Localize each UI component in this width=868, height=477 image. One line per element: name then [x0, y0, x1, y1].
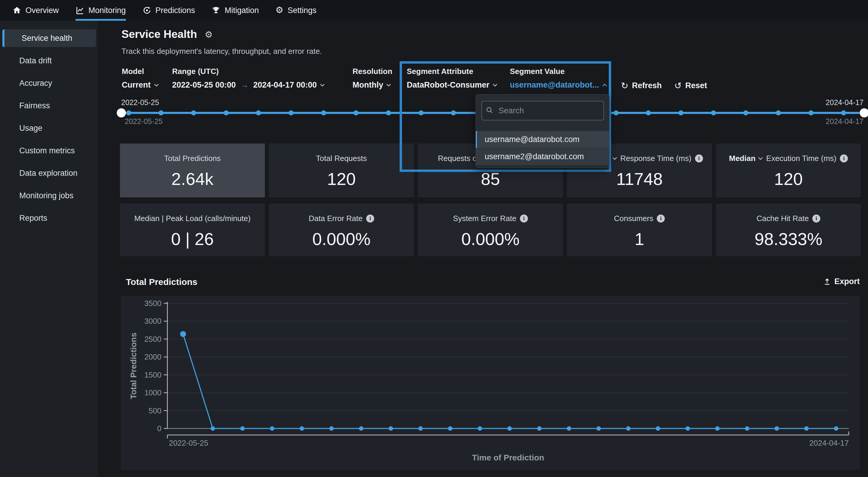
range-select[interactable]: 2022-05-25 00:00 → 2024-04-17 00:00: [172, 80, 325, 90]
sidebar: Service healthData driftAccuracyFairness…: [0, 21, 98, 477]
info-icon[interactable]: i: [812, 214, 820, 223]
gear-icon: ⚙: [276, 6, 283, 15]
resolution-label: Resolution: [352, 67, 392, 76]
timeline-start-label: 2022-05-25: [121, 98, 159, 107]
nav-item-label: Settings: [288, 6, 317, 15]
chevron-down-icon: [154, 83, 159, 87]
metric-card-total-predictions[interactable]: Total Predictions2.64k: [120, 143, 265, 197]
metric-card-system-error-rate[interactable]: System Error Ratei0.000%: [418, 204, 563, 256]
sidebar-item-fairness[interactable]: Fairness: [0, 97, 98, 114]
chevron-down-icon: [386, 83, 391, 87]
timeline-handle-end[interactable]: [860, 108, 868, 117]
timeline-handle-start[interactable]: [117, 108, 126, 117]
model-select[interactable]: Current: [122, 80, 159, 90]
timeline-marker: [776, 110, 781, 115]
svg-text:3500: 3500: [144, 299, 161, 308]
segment-search-input[interactable]: [482, 101, 604, 121]
page-subtitle: Track this deployment's latency, through…: [121, 47, 322, 56]
svg-text:2500: 2500: [144, 335, 161, 344]
timeline-marker: [451, 110, 456, 115]
svg-text:1500: 1500: [144, 371, 161, 379]
svg-text:Time of Prediction: Time of Prediction: [472, 453, 544, 462]
metric-card-label: Median | Peak Load (calls/minute): [134, 214, 251, 223]
timeline-end-label: 2024-04-17: [826, 98, 864, 107]
info-icon[interactable]: i: [840, 155, 848, 163]
sidebar-item-data-exploration[interactable]: Data exploration: [0, 164, 98, 182]
timeline-marker: [743, 110, 748, 115]
metric-card-data-error-rate[interactable]: Data Error Ratei0.000%: [269, 204, 414, 256]
timeline-marker: [288, 110, 293, 115]
segment-option[interactable]: username@datarobot.com: [476, 131, 609, 148]
metric-card-value: 120: [269, 170, 414, 189]
reset-button[interactable]: ↺ Reset: [674, 80, 707, 91]
arrow-right-icon: →: [239, 80, 250, 90]
segment-value-select[interactable]: username@datarobot...: [510, 80, 607, 90]
total-predictions-chart: 05001000150020002500300035002022-05-2520…: [121, 296, 860, 470]
metric-card-label: Cache Hit Rate: [756, 214, 809, 223]
nav-item-mitigation[interactable]: Mitigation: [212, 0, 259, 21]
metric-card-execution-time-ms[interactable]: MedianExecution Time (ms)i120: [716, 143, 861, 197]
sidebar-item-reports[interactable]: Reports: [0, 209, 98, 227]
range-end: 2024-04-17 00:00: [253, 80, 317, 90]
timeline-marker: [353, 110, 359, 115]
range-label: Range (UTC): [172, 67, 219, 76]
timeline-marker: [126, 110, 131, 115]
nav-item-label: Mitigation: [224, 6, 259, 15]
export-button[interactable]: Export: [823, 277, 860, 286]
info-icon[interactable]: i: [520, 214, 528, 223]
chevron-down-icon: [492, 83, 498, 87]
metric-card-cache-hit-rate[interactable]: Cache Hit Ratei98.333%: [716, 204, 861, 256]
sidebar-item-usage[interactable]: Usage: [0, 119, 98, 137]
metric-card-label: Requests ov: [438, 154, 481, 163]
info-icon[interactable]: i: [695, 155, 703, 163]
chevron-down-icon: [612, 157, 617, 160]
timeline-marker: [158, 110, 163, 115]
metric-card-label: System Error Rate: [453, 214, 516, 223]
metric-card-value: 0.000%: [269, 230, 414, 248]
metric-card-total-requests[interactable]: Total Requests120: [269, 143, 414, 197]
sidebar-item-data-drift[interactable]: Data drift: [0, 52, 98, 70]
metric-card-value: 120: [716, 170, 861, 189]
nav-item-settings[interactable]: ⚙Settings: [276, 0, 316, 21]
sidebar-item-accuracy[interactable]: Accuracy: [0, 74, 98, 92]
timeline-start-sublabel: 2022-05-25: [125, 117, 163, 126]
info-icon[interactable]: i: [366, 214, 374, 223]
nav-item-monitoring[interactable]: Monitoring: [75, 0, 126, 21]
nav-item-predictions[interactable]: Predictions: [143, 0, 195, 21]
metric-card-value: 11748: [567, 170, 712, 189]
metric-card-label: Execution Time (ms): [766, 154, 836, 163]
timeline-marker: [256, 110, 261, 115]
metric-card-label: Data Error Rate: [309, 214, 363, 223]
sidebar-item-monitoring-jobs[interactable]: Monitoring jobs: [0, 187, 98, 204]
timeline-marker: [841, 110, 846, 115]
aggregation-select[interactable]: Median: [729, 154, 756, 163]
segment-option[interactable]: username2@datarobot.com: [476, 148, 609, 165]
segment-value-dropdown: username@datarobot.comusername2@datarobo…: [475, 94, 609, 168]
timeline-marker: [646, 110, 651, 115]
segment-attribute-select[interactable]: DataRobot-Consumer: [407, 80, 498, 90]
timeline-marker: [321, 110, 326, 115]
top-nav: OverviewMonitoringPredictionsMitigation⚙…: [0, 0, 868, 21]
svg-text:0: 0: [157, 424, 161, 433]
metric-card-label: Total Predictions: [164, 154, 221, 163]
metric-card-value: 98.333%: [716, 230, 861, 248]
range-start: 2022-05-25 00:00: [172, 80, 236, 90]
refresh-button[interactable]: ↻ Refresh: [621, 80, 662, 91]
metric-card-value: 0.000%: [418, 230, 563, 248]
metric-card-median-peak-load-calls-minute[interactable]: Median | Peak Load (calls/minute)0 | 26: [120, 204, 265, 256]
settings-gear-icon[interactable]: ⚙: [205, 29, 213, 40]
home-icon: [12, 6, 21, 15]
segment-attribute-label: Segment Attribute: [407, 67, 473, 76]
page-title: Service Health: [121, 28, 197, 40]
nav-item-overview[interactable]: Overview: [12, 0, 59, 21]
timeline-marker: [678, 110, 683, 115]
resolution-select[interactable]: Monthly: [352, 80, 391, 90]
sidebar-item-custom-metrics[interactable]: Custom metrics: [0, 142, 98, 160]
svg-text:3000: 3000: [144, 317, 161, 326]
chart-title: Total Predictions: [126, 277, 197, 287]
info-icon[interactable]: i: [657, 214, 665, 223]
model-label: Model: [122, 67, 144, 76]
metric-card-consumers[interactable]: Consumersi1: [567, 204, 712, 256]
chevron-down-icon: [320, 83, 325, 87]
sidebar-item-service-health[interactable]: Service health: [2, 29, 96, 47]
